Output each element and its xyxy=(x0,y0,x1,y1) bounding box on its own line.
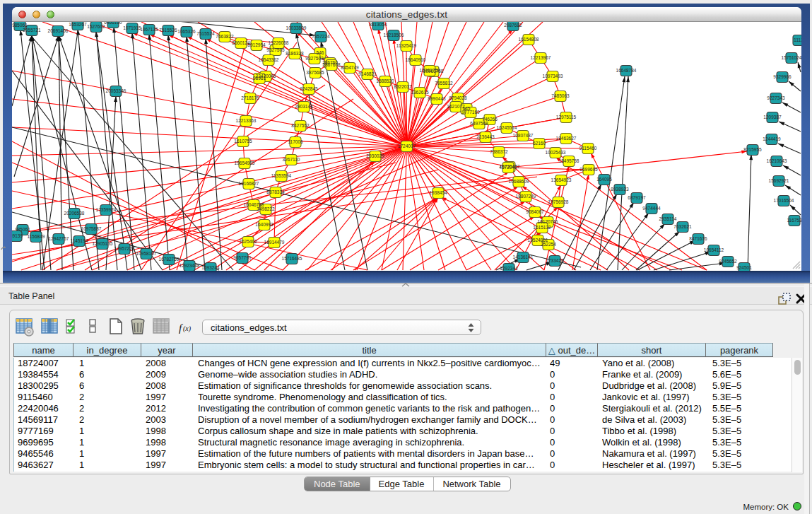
svg-text:17957223: 17957223 xyxy=(114,246,135,251)
svg-text:1244419: 1244419 xyxy=(763,136,781,141)
svg-text:9327505: 9327505 xyxy=(266,47,285,52)
svg-text:6879197: 6879197 xyxy=(628,195,646,200)
svg-text:1615132: 1615132 xyxy=(533,225,551,230)
svg-text:8990443: 8990443 xyxy=(428,96,446,101)
svg-text:1724007: 1724007 xyxy=(398,144,416,148)
svg-text:19166827: 19166827 xyxy=(239,181,259,186)
svg-text:7515526: 7515526 xyxy=(159,28,177,33)
svg-text:18807249: 18807249 xyxy=(516,194,536,199)
svg-text:6466160: 6466160 xyxy=(104,22,122,25)
svg-text:9777169: 9777169 xyxy=(461,110,480,115)
svg-text:9115460: 9115460 xyxy=(579,146,597,151)
svg-text:1093244: 1093244 xyxy=(201,265,220,270)
svg-text:1209387: 1209387 xyxy=(763,115,782,119)
svg-text:10973493: 10973493 xyxy=(543,74,563,78)
svg-text:15692921: 15692921 xyxy=(769,178,789,183)
svg-text:16154808: 16154808 xyxy=(519,37,539,42)
svg-text:16648784: 16648784 xyxy=(616,68,637,73)
svg-text:0699695: 0699695 xyxy=(579,167,598,172)
svg-text:10975887: 10975887 xyxy=(81,226,102,231)
svg-text:10807487: 10807487 xyxy=(513,133,534,138)
svg-text:1610755: 1610755 xyxy=(234,139,252,144)
svg-text:16210643: 16210643 xyxy=(767,158,787,163)
svg-text:9227343: 9227343 xyxy=(767,95,785,100)
svg-text:8912954: 8912954 xyxy=(247,42,266,47)
svg-text:7357224: 7357224 xyxy=(312,34,330,39)
svg-text:18463627: 18463627 xyxy=(556,136,577,141)
svg-text:14136141: 14136141 xyxy=(513,255,534,259)
svg-text:2718176: 2718176 xyxy=(241,95,259,100)
svg-text:8427552: 8427552 xyxy=(291,123,310,128)
svg-text:2867608: 2867608 xyxy=(322,62,341,67)
svg-text:20206538: 20206538 xyxy=(64,211,85,216)
svg-text:8938923: 8938923 xyxy=(611,187,629,192)
svg-text:12213363: 12213363 xyxy=(236,118,257,123)
svg-text:1588520: 1588520 xyxy=(376,78,394,83)
svg-text:2136443: 2136443 xyxy=(476,134,495,139)
svg-text:8813054: 8813054 xyxy=(369,22,387,27)
svg-text:1653267: 1653267 xyxy=(69,22,87,27)
svg-text:8322037: 8322037 xyxy=(394,84,412,89)
svg-text:19654985: 19654985 xyxy=(235,160,255,165)
svg-text:19218506: 19218506 xyxy=(384,33,404,37)
svg-text:16120746: 16120746 xyxy=(538,219,558,224)
svg-text:20053346: 20053346 xyxy=(106,88,126,93)
svg-text:9242845: 9242845 xyxy=(300,86,318,91)
svg-text:12213967: 12213967 xyxy=(531,55,551,60)
svg-text:11325419: 11325419 xyxy=(396,43,417,48)
svg-text:10654112: 10654112 xyxy=(704,247,724,252)
svg-text:1640993: 1640993 xyxy=(255,222,273,227)
svg-text:164095: 164095 xyxy=(596,177,612,182)
svg-text:2087682: 2087682 xyxy=(504,23,522,28)
svg-text:1362615: 1362615 xyxy=(411,90,429,95)
svg-text:1112: 1112 xyxy=(794,37,801,42)
svg-text:924501: 924501 xyxy=(736,265,752,270)
svg-text:7625402: 7625402 xyxy=(239,239,257,244)
svg-text:17016504: 17016504 xyxy=(774,198,794,203)
svg-text:10033809: 10033809 xyxy=(286,25,307,30)
svg-text:117006: 117006 xyxy=(288,139,303,144)
svg-text:1071915: 1071915 xyxy=(123,25,141,30)
svg-text:2935114: 2935114 xyxy=(659,216,677,221)
svg-text:13654923: 13654923 xyxy=(551,177,572,182)
svg-text:3875685: 3875685 xyxy=(306,70,324,75)
svg-text:8186328: 8186328 xyxy=(286,51,304,56)
svg-text:252254: 252254 xyxy=(541,242,556,247)
svg-text:2930029: 2930029 xyxy=(366,153,384,158)
svg-text:3267110: 3267110 xyxy=(283,157,300,162)
svg-text:62160: 62160 xyxy=(533,141,546,146)
svg-text:11353594: 11353594 xyxy=(271,173,292,178)
svg-text:3498222: 3498222 xyxy=(257,206,275,211)
svg-text:98961: 98961 xyxy=(253,76,266,81)
svg-text:1156849: 1156849 xyxy=(28,234,45,239)
svg-text:1527602: 1527602 xyxy=(87,24,105,29)
svg-text:7632621: 7632621 xyxy=(673,224,692,229)
svg-text:9657791: 9657791 xyxy=(233,255,252,260)
svg-text:10025433: 10025433 xyxy=(546,150,566,155)
svg-text:1065326: 1065326 xyxy=(177,29,196,34)
svg-text:1067135: 1067135 xyxy=(140,27,158,32)
svg-text:20691406: 20691406 xyxy=(48,28,69,33)
svg-text:16961758: 16961758 xyxy=(420,68,440,73)
svg-text:7955812: 7955812 xyxy=(435,81,453,86)
svg-text:13226058: 13226058 xyxy=(269,40,289,45)
svg-text:10958107: 10958107 xyxy=(136,251,157,256)
svg-text:7386372: 7386372 xyxy=(490,149,508,154)
svg-text:116753: 116753 xyxy=(787,218,801,223)
svg-text:4572040: 4572040 xyxy=(499,165,517,170)
svg-text:12975115: 12975115 xyxy=(556,115,577,119)
svg-text:9794028: 9794028 xyxy=(449,95,467,100)
svg-text:8215955: 8215955 xyxy=(743,147,762,152)
svg-text:9146821: 9146821 xyxy=(358,71,377,76)
svg-text:1292344: 1292344 xyxy=(500,266,518,271)
svg-text:16543362: 16543362 xyxy=(259,57,279,62)
svg-text:1145194: 1145194 xyxy=(71,238,88,243)
svg-text:985061: 985061 xyxy=(12,23,28,28)
svg-text:2803144: 2803144 xyxy=(295,104,313,109)
svg-text:12905135: 12905135 xyxy=(93,241,113,246)
svg-text:1938454: 1938454 xyxy=(429,190,447,195)
svg-text:6497568: 6497568 xyxy=(470,121,488,126)
svg-text:2055721: 2055721 xyxy=(23,28,41,33)
svg-text:19756928: 19756928 xyxy=(548,199,569,204)
svg-text:10688609: 10688609 xyxy=(509,179,529,184)
